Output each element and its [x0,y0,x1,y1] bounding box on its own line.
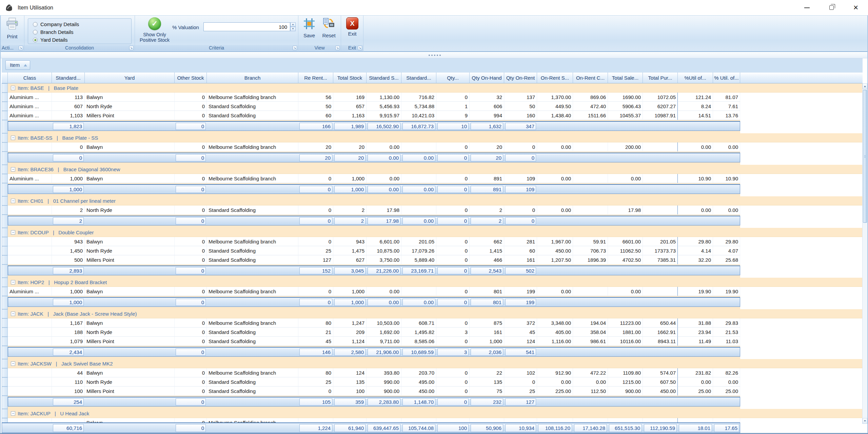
collapse-icon[interactable]: − [11,411,15,416]
group-row[interactable]: −Item: HOP2 | Hopup 2 Board Bracket [2,278,863,287]
column-header[interactable]: On-Rent C... [573,72,608,83]
collapse-icon[interactable]: − [11,199,15,203]
column-header[interactable]: Standard... [401,72,436,83]
collapse-icon[interactable]: − [11,86,15,90]
row-indicator[interactable] [2,296,8,309]
row-indicator[interactable] [2,346,8,359]
radio-icon[interactable] [33,22,38,27]
row-indicator[interactable] [2,83,8,93]
row-indicator[interactable] [2,318,8,328]
column-header[interactable]: Total Stock [333,72,367,83]
table-row[interactable]: 188North Ryde0Standard Scaffolding212091… [2,328,863,337]
radio-option-company-details[interactable]: Company Details [33,20,131,28]
vertical-scrollbar[interactable]: ▲ ▼ [862,83,867,424]
table-row[interactable]: Aluminium ...607North Ryde0Standard Scaf… [2,102,863,111]
row-indicator[interactable] [2,264,8,278]
table-row[interactable]: 943Balwyn0Melbourne Scaffolding branch09… [2,237,863,246]
collapse-icon[interactable]: − [11,230,15,235]
close-button[interactable]: ✕ [844,0,868,15]
row-indicator[interactable] [2,255,8,264]
column-header[interactable]: Standard S... [367,72,401,83]
column-header[interactable]: Qty On-Hand [470,72,504,83]
row-indicator[interactable] [2,183,8,196]
exit-button[interactable]: X Exit [343,17,362,37]
row-indicator[interactable] [2,196,8,205]
column-header[interactable] [2,72,8,83]
row-indicator[interactable] [2,228,8,237]
dialog-launcher-icon[interactable]: ↘ [293,46,297,50]
radio-icon[interactable] [33,30,38,35]
row-indicator[interactable] [2,396,8,409]
spinner-up-icon[interactable]: ▲ [290,22,296,27]
group-row[interactable]: −Item: JACK | Jack (Base Jack - Screw He… [2,309,863,318]
scrollbar-thumb[interactable] [863,90,867,223]
row-indicator[interactable] [2,174,8,183]
valuation-input[interactable] [203,22,290,31]
row-indicator[interactable] [2,359,8,368]
table-row[interactable]: Aluminium ...1,103Millers Point0Standard… [2,111,863,120]
row-indicator[interactable] [2,287,8,296]
column-header[interactable]: Total Pur... [643,72,678,83]
row-indicator[interactable] [2,278,8,287]
column-header[interactable]: Class [8,72,52,83]
row-indicator[interactable] [2,165,8,174]
dialog-launcher-icon[interactable]: ↘ [358,46,362,50]
column-header[interactable]: Yard [85,72,175,83]
column-header[interactable]: Qty... [436,72,470,83]
column-header[interactable]: % Util. of... [713,72,740,83]
row-indicator[interactable] [2,246,8,255]
radio-option-branch-details[interactable]: Branch Details [33,28,131,36]
table-row[interactable]: 100Millers Point0Standard Scaffolding010… [2,387,863,396]
column-header[interactable]: Branch [207,72,298,83]
table-row[interactable]: Aluminium ...1,000Balwyn0Melbourne Scaff… [2,287,863,296]
row-indicator[interactable] [2,418,8,422]
table-row[interactable]: 1,079Millers Point0Standard Scaffolding4… [2,337,863,346]
group-by-panel[interactable]: Item [2,58,863,72]
row-indicator[interactable] [2,152,8,165]
row-indicator[interactable] [2,237,8,246]
spinner-down-icon[interactable]: ▼ [290,27,296,31]
table-row[interactable]: Aluminium ...113Balwyn0Melbourne Scaffol… [2,93,863,102]
row-indicator[interactable] [2,309,8,318]
collapse-icon[interactable]: − [11,167,15,172]
column-header[interactable]: Standard... [52,72,85,83]
group-row[interactable]: −Item: BASE | Base Plate [2,83,863,93]
column-header[interactable]: %Util of... [678,72,713,83]
group-row[interactable]: −Item: CH01 | 01 Channel per lineal mete… [2,196,863,205]
column-header[interactable]: Other Stock [175,72,207,83]
table-row[interactable]: 1,167Balwyn0Melbourne Scaffolding branch… [2,318,863,328]
group-by-item-chip[interactable]: Item [5,60,30,70]
group-row[interactable]: −Item: JACKSW | Jack Swivel Base MK2 [2,359,863,368]
group-row[interactable]: −Item: BASE-SS | Base Plate - SS [2,133,863,142]
table-row[interactable]: 2North Ryde0Standard Scaffolding0217.980… [2,205,863,215]
row-indicator[interactable] [2,120,8,133]
row-indicator[interactable] [2,111,8,120]
row-indicator[interactable] [2,215,8,228]
radio-option-yard-details[interactable]: Yard Details [33,36,131,44]
table-row[interactable]: 0Balwyn0Melbourne Scaffolding branch2020… [2,142,863,152]
dialog-launcher-icon[interactable]: ↘ [129,46,134,50]
collapse-icon[interactable]: − [11,361,15,366]
row-indicator[interactable] [2,93,8,102]
scroll-down-icon[interactable]: ▼ [863,418,867,424]
column-header[interactable]: Total Sale... [608,72,643,83]
collapse-icon[interactable]: − [11,136,15,140]
row-indicator[interactable] [2,142,8,152]
group-row[interactable]: −Item: BRACE36 | Brace Diagonal 3600new [2,165,863,174]
table-row[interactable]: Balwyn0Melbourne Scaffolding branch [2,418,863,422]
group-row[interactable]: −Item: JACKUP | U Head Jack [2,409,863,418]
row-indicator[interactable] [2,102,8,111]
row-indicator[interactable] [2,377,8,387]
collapse-icon[interactable]: − [11,280,15,284]
dialog-launcher-icon[interactable]: ↘ [335,46,340,50]
row-indicator[interactable] [2,205,8,215]
collapse-icon[interactable]: − [11,312,15,316]
row-indicator[interactable] [2,387,8,396]
scroll-up-icon[interactable]: ▲ [863,83,867,89]
table-row[interactable]: 1,450North Ryde0Standard Scaffolding251,… [2,246,863,255]
row-indicator[interactable] [2,328,8,337]
column-header[interactable]: Re Rent... [298,72,333,83]
show-only-positive-stock-button[interactable]: ✓ Show Only Positive Stock [137,17,172,43]
restore-button[interactable] [819,0,844,15]
row-indicator[interactable] [2,133,8,142]
